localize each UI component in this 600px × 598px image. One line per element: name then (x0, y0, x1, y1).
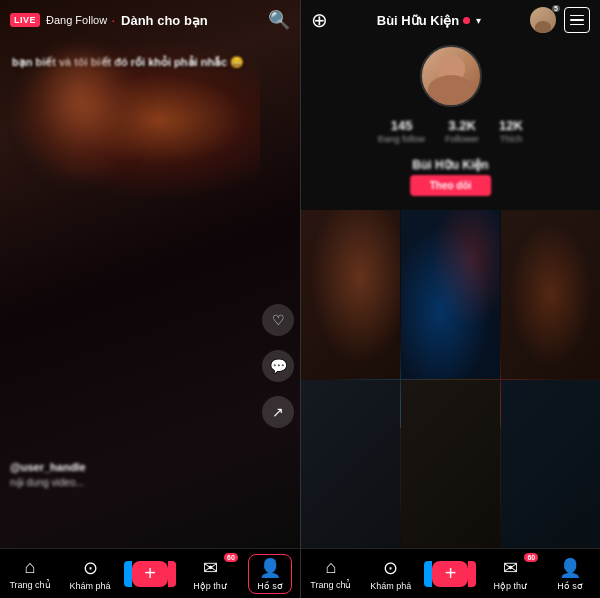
nav-create[interactable]: + (128, 561, 172, 587)
menu-line-3 (570, 24, 584, 26)
left-header: LIVE Đang Follow · Dành cho bạn 🔍 (0, 0, 300, 40)
menu-line-2 (570, 19, 584, 21)
bottom-nav-left: ⌂ Trang chủ ⊙ Khám phá + ✉ Hộp thư 60 👤 … (0, 548, 300, 598)
inbox-icon-right: ✉ (503, 557, 518, 579)
nav-inbox[interactable]: ✉ Hộp thư 60 (188, 557, 232, 591)
plus-icon: + (144, 562, 156, 585)
tab-divider: · (111, 12, 115, 28)
create-button[interactable]: + (132, 561, 168, 587)
following-tab[interactable]: Đang Follow (46, 14, 107, 26)
profile-label: Hồ sơ (257, 581, 283, 591)
nav-explore-right[interactable]: ⊙ Khám phá (369, 557, 413, 591)
profile-background: 145 Đang follow 3.2K Follower 12K Thích … (301, 0, 600, 548)
nav-profile[interactable]: 👤 Hồ sơ (248, 554, 292, 594)
inbox-badge-right: 60 (524, 553, 538, 562)
avatar-header-wrap: 5 (530, 7, 556, 33)
video-actions: ♡ 💬 ↗ (262, 304, 294, 428)
explore-icon-right: ⊙ (383, 557, 398, 579)
profile-stats: 145 Đang follow 3.2K Follower 12K Thích (301, 118, 600, 144)
grid-thumb-6[interactable] (501, 380, 600, 549)
likes-count: 12K (499, 118, 523, 133)
add-user-icon[interactable]: ⊕ (311, 8, 328, 32)
menu-line-1 (570, 15, 584, 17)
inbox-label-right: Hộp thư (494, 581, 528, 591)
profile-avatar-wrapper (420, 45, 482, 107)
grid-thumb-4[interactable] (301, 380, 400, 549)
inbox-icon: ✉ (203, 557, 218, 579)
live-badge: LIVE (10, 13, 40, 27)
video-background: bạn biết và tôi biết đó rồi khỏi phải nh… (0, 0, 300, 548)
create-button-right[interactable]: + (432, 561, 468, 587)
video-text-caption: nội dung video... (10, 477, 250, 488)
follow-button-row: Theo dõi (410, 175, 492, 196)
profile-icon: 👤 (259, 557, 281, 579)
stat-following[interactable]: 145 Đang follow (378, 118, 425, 144)
followers-label: Follower (445, 134, 479, 144)
bottom-nav-right: ⌂ Trang chủ ⊙ Khám phá + ✉ Hộp thư 60 👤 … (301, 548, 600, 598)
right-panel: 145 Đang follow 3.2K Follower 12K Thích … (300, 0, 600, 598)
nav-home[interactable]: ⌂ Trang chủ (8, 557, 52, 590)
following-count: 145 (391, 118, 413, 133)
grid-thumb-2[interactable] (401, 210, 500, 379)
video-username: @user_handle (10, 461, 250, 473)
avatar (420, 45, 482, 107)
inbox-badge: 60 (224, 553, 238, 562)
home-icon: ⌂ (25, 557, 36, 578)
nav-profile-right[interactable]: 👤 Hồ sơ (548, 557, 592, 591)
profile-name-row: Bùi Hữu Kiện (301, 155, 600, 173)
verified-indicator (463, 17, 470, 24)
left-panel: bạn biết và tôi biết đó rồi khỏi phải nh… (0, 0, 300, 598)
stat-likes[interactable]: 12K Thích (499, 118, 523, 144)
profile-display-name: Bùi Hữu Kiện (412, 158, 488, 172)
header-actions: 5 (530, 7, 590, 33)
nav-explore[interactable]: ⊙ Khám phá (68, 557, 112, 591)
profile-username-header: Bùi Hữu Kiện (377, 13, 459, 28)
likes-label: Thích (500, 134, 523, 144)
nav-inbox-right[interactable]: ✉ Hộp thư 60 (488, 557, 532, 591)
follow-button[interactable]: Theo dõi (410, 175, 492, 196)
chevron-down-icon[interactable]: ▾ (476, 15, 481, 26)
grid-thumb-3[interactable] (501, 210, 600, 379)
like-icon[interactable]: ♡ (262, 304, 294, 336)
grid-thumb-5[interactable] (401, 380, 500, 549)
search-icon[interactable]: 🔍 (268, 9, 290, 31)
explore-label: Khám phá (69, 581, 110, 591)
menu-button[interactable] (564, 7, 590, 33)
grid-thumb-1[interactable] (301, 210, 400, 379)
explore-icon: ⊙ (83, 557, 98, 579)
followers-count: 3.2K (448, 118, 475, 133)
profile-label-right: Hồ sơ (557, 581, 583, 591)
video-grid (301, 210, 600, 548)
video-caption: bạn biết và tôi biết đó rồi khỏi phải nh… (12, 55, 250, 69)
explore-label-right: Khám phá (370, 581, 411, 591)
plus-icon-right: + (445, 562, 457, 585)
share-icon[interactable]: ↗ (262, 396, 294, 428)
profile-icon-right: 👤 (559, 557, 581, 579)
home-label: Trang chủ (9, 580, 50, 590)
inbox-label: Hộp thư (193, 581, 227, 591)
nav-home-right[interactable]: ⌂ Trang chủ (309, 557, 353, 590)
right-header: ⊕ Bùi Hữu Kiện ▾ 5 (301, 0, 600, 40)
comment-icon[interactable]: 💬 (262, 350, 294, 382)
stat-followers[interactable]: 3.2K Follower (445, 118, 479, 144)
for-you-tab[interactable]: Dành cho bạn (121, 13, 268, 28)
video-info: @user_handle nội dung video... (10, 461, 250, 488)
avatar-badge: 5 (552, 5, 560, 12)
home-icon-right: ⌂ (325, 557, 336, 578)
home-label-right: Trang chủ (310, 580, 351, 590)
nav-create-right[interactable]: + (428, 561, 472, 587)
following-label: Đang follow (378, 134, 425, 144)
